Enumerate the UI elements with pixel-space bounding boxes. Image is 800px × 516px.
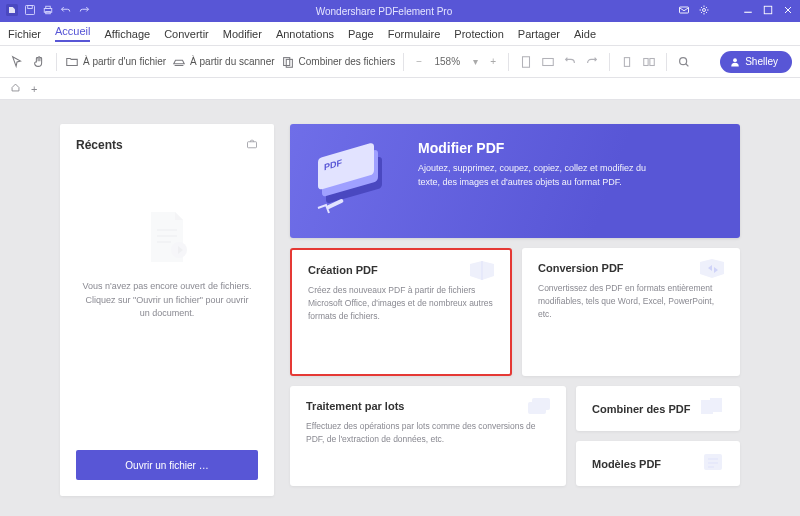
window-titlebar: Wondershare PDFelement Pro (0, 0, 800, 22)
search-icon[interactable] (675, 53, 693, 71)
user-icon (730, 57, 740, 67)
menu-partager[interactable]: Partager (518, 28, 560, 40)
folder-icon (65, 55, 79, 69)
zoom-out-button[interactable]: − (412, 56, 426, 67)
gear-icon[interactable] (698, 4, 710, 18)
svg-rect-12 (543, 58, 554, 65)
toolbar: À partir d'un fichier À partir du scanne… (0, 46, 800, 78)
scanner-icon (172, 55, 186, 69)
card-create-title: Création PDF (308, 264, 494, 276)
svg-rect-13 (625, 57, 630, 66)
svg-rect-18 (248, 142, 257, 148)
separator (403, 53, 404, 71)
menu-protection[interactable]: Protection (454, 28, 504, 40)
svg-rect-29 (704, 454, 722, 470)
document-tabs: + (0, 78, 800, 100)
menu-aide[interactable]: Aide (574, 28, 596, 40)
undo-icon[interactable] (60, 4, 72, 18)
svg-rect-28 (710, 398, 722, 412)
svg-rect-8 (764, 6, 772, 14)
combine-icon (281, 55, 295, 69)
rotate-left-icon[interactable] (561, 53, 579, 71)
view-double-icon[interactable] (640, 53, 658, 71)
titlebar-left-icons (6, 4, 90, 18)
briefcase-icon[interactable] (246, 138, 258, 152)
from-scanner-button[interactable]: À partir du scanner (172, 55, 275, 69)
minimize-icon[interactable] (742, 4, 754, 18)
svg-point-7 (703, 9, 706, 12)
menu-accueil[interactable]: Accueil (55, 25, 90, 42)
menu-page[interactable]: Page (348, 28, 374, 40)
separator (56, 53, 57, 71)
svg-rect-26 (532, 398, 550, 410)
card-combine-title: Combiner des PDF (592, 403, 690, 415)
card-create-desc: Créez des nouveaux PDF à partir de fichi… (308, 284, 494, 322)
save-icon[interactable] (24, 4, 36, 18)
zoom-in-button[interactable]: + (486, 56, 500, 67)
open-file-label: À partir d'un fichier (83, 56, 166, 67)
hand-icon[interactable] (30, 53, 48, 71)
menu-fichier[interactable]: Fichier (8, 28, 41, 40)
svg-rect-14 (644, 58, 648, 65)
card-batch-title: Traitement par lots (306, 400, 550, 412)
card-create-pdf[interactable]: Création PDF Créez des nouveaux PDF à pa… (290, 248, 512, 376)
svg-rect-2 (28, 6, 33, 9)
new-tab-button[interactable]: + (31, 83, 37, 95)
separator (666, 53, 667, 71)
card-edit-desc: Ajoutez, supprimez, coupez, copiez, coll… (418, 162, 668, 189)
menu-affichage[interactable]: Affichage (104, 28, 150, 40)
rotate-right-icon[interactable] (583, 53, 601, 71)
zoom-caret-icon[interactable]: ▾ (468, 56, 482, 67)
svg-point-17 (733, 58, 737, 62)
svg-rect-4 (46, 6, 51, 8)
cursor-icon[interactable] (8, 53, 26, 71)
svg-rect-11 (523, 56, 530, 67)
view-single-icon[interactable] (618, 53, 636, 71)
maximize-icon[interactable] (762, 4, 774, 18)
close-icon[interactable] (782, 4, 794, 18)
redo-icon[interactable] (78, 4, 90, 18)
menu-formulaire[interactable]: Formulaire (388, 28, 441, 40)
zoom-value[interactable] (430, 56, 464, 67)
from-scanner-label: À partir du scanner (190, 56, 275, 67)
user-account-button[interactable]: Shelley (720, 51, 792, 73)
app-logo-icon (6, 4, 18, 18)
mail-icon[interactable] (678, 4, 690, 18)
page-fit-icon[interactable] (517, 53, 535, 71)
svg-point-16 (680, 57, 687, 64)
open-file-button[interactable]: À partir d'un fichier (65, 55, 166, 69)
window-title: Wondershare PDFelement Pro (90, 6, 678, 17)
card-batch-desc: Effectuez des opérations par lots comme … (306, 420, 550, 446)
svg-rect-1 (26, 6, 35, 15)
home-tab-icon[interactable] (10, 82, 21, 95)
card-batch[interactable]: Traitement par lots Effectuez des opérat… (290, 386, 566, 486)
menu-modifier[interactable]: Modifier (223, 28, 262, 40)
card-templates-title: Modèles PDF (592, 458, 661, 470)
combine-files-button[interactable]: Combiner des fichiers (281, 55, 396, 69)
card-convert-desc: Convertissez des PDF en formats entièrem… (538, 282, 724, 320)
zoom-control: − ▾ + (412, 56, 500, 67)
convert-pdf-icon (698, 258, 728, 280)
titlebar-right-icons (678, 4, 794, 18)
page-width-icon[interactable] (539, 53, 557, 71)
open-file-button-main[interactable]: Ouvrir un fichier … (76, 450, 258, 480)
card-convert-title: Conversion PDF (538, 262, 724, 274)
card-convert-pdf[interactable]: Conversion PDF Convertissez des PDF en f… (522, 248, 740, 376)
card-edit-pdf[interactable]: PDF Modifier PDF Ajoutez, supprimez, cou… (290, 124, 740, 238)
svg-rect-6 (680, 7, 689, 13)
combine-files-label: Combiner des fichiers (299, 56, 396, 67)
create-pdf-icon (468, 260, 498, 282)
card-combine-pdf[interactable]: Combiner des PDF (576, 386, 740, 431)
menu-annotations[interactable]: Annotations (276, 28, 334, 40)
combine-pdf-icon (698, 396, 728, 418)
recents-title: Récents (76, 138, 123, 152)
open-file-button-label: Ouvrir un fichier … (125, 460, 208, 471)
recents-empty-state: Vous n'avez pas encore ouvert de fichier… (76, 182, 258, 450)
edit-pdf-illustration-icon: PDF (312, 138, 404, 218)
print-icon[interactable] (42, 4, 54, 18)
menu-convertir[interactable]: Convertir (164, 28, 209, 40)
menubar: Fichier Accueil Affichage Convertir Modi… (0, 22, 800, 46)
user-name: Shelley (745, 56, 778, 67)
action-cards: PDF Modifier PDF Ajoutez, supprimez, cou… (290, 124, 740, 496)
card-templates-pdf[interactable]: Modèles PDF (576, 441, 740, 486)
